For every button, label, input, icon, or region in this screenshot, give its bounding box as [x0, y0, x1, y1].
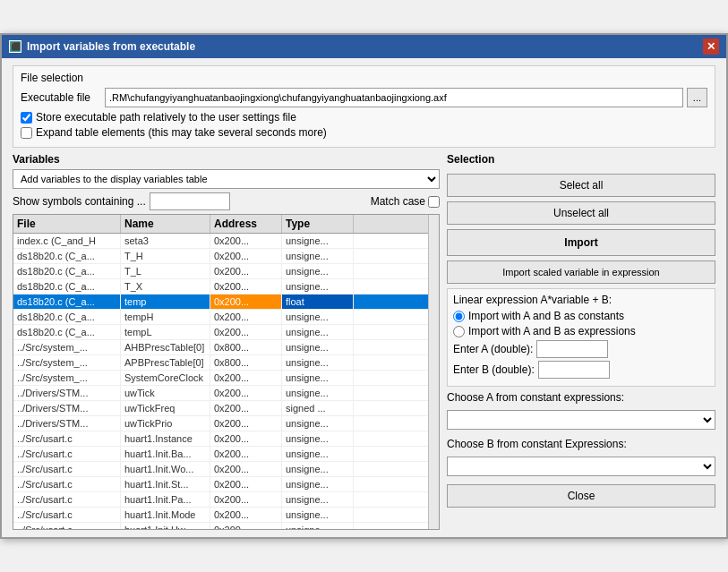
cell-type: unsigne... [282, 416, 354, 431]
table-row[interactable]: index.c (C_and_Hseta30x200...unsigne... [13, 234, 428, 249]
table-row[interactable]: ../Drivers/STM...uwTickFreq0x200...signe… [13, 401, 428, 416]
select-all-button[interactable]: Select all [447, 174, 715, 197]
cell-file: index.c (C_and_H [13, 234, 121, 248]
cell-address: 0x200... [210, 523, 282, 529]
cell-type: signed ... [282, 401, 354, 415]
radio-constants[interactable] [453, 311, 465, 322]
cell-file: ../Src/usart.c [13, 462, 121, 476]
main-window: ⬛ Import variables from executable ✕ Fil… [0, 33, 728, 539]
match-case-checkbox[interactable] [428, 196, 440, 208]
cell-address: 0x200... [210, 477, 282, 491]
import-scaled-button[interactable]: Import scaled variable in expression [447, 260, 715, 284]
cell-type: unsigne... [282, 492, 354, 507]
linear-title: Linear expression A*variable + B: [453, 294, 709, 306]
cell-name: T_X [121, 279, 210, 294]
cell-file: ../Src/usart.c [13, 447, 121, 461]
window-close-button[interactable]: ✕ [703, 38, 719, 55]
table-row[interactable]: ds18b20.c (C_a...tempH0x200...unsigne... [13, 310, 428, 325]
enter-b-input[interactable] [538, 361, 610, 379]
table-row[interactable]: ../Drivers/STM...uwTickPrio0x200...unsig… [13, 416, 428, 431]
table-row[interactable]: ds18b20.c (C_a...T_X0x200...unsigne... [13, 279, 428, 295]
cell-address: 0x200... [210, 416, 282, 431]
table-row[interactable]: ../Drivers/STM...uwTick0x200...unsigne..… [13, 386, 428, 401]
cell-type: unsigne... [282, 310, 354, 324]
symbols-filter-input[interactable] [150, 192, 230, 210]
variables-panel: Variables Add variables to the display v… [13, 153, 440, 530]
cell-file: ../Src/usart.c [13, 477, 121, 491]
cell-address: 0x200... [210, 264, 282, 278]
variables-filter-dropdown[interactable]: Add variables to the display variables t… [13, 169, 440, 189]
cell-address: 0x200... [210, 234, 282, 248]
store-path-checkbox[interactable] [21, 112, 32, 124]
cell-file: ../Drivers/STM... [13, 386, 121, 400]
choose-b-dropdown[interactable] [447, 457, 715, 476]
table-row[interactable]: ../Src/usart.chuart1.Init.Wo...0x200...u… [13, 462, 428, 477]
expand-table-checkbox[interactable] [21, 127, 32, 139]
table-row[interactable]: ../Src/usart.chuart1.Init.Pa...0x200...u… [13, 492, 428, 508]
match-case-container: Match case [371, 195, 440, 208]
table-row[interactable]: ../Src/usart.chuart1.Init.Hw...0x200...u… [13, 523, 428, 529]
table-inner: File Name Address Type index.c (C_and_Hs… [13, 215, 428, 529]
table-body[interactable]: index.c (C_and_Hseta30x200...unsigne...d… [13, 234, 428, 529]
table-row[interactable]: ../Src/system_...APBPrescTable[0]0x800..… [13, 355, 428, 371]
table-row[interactable]: ../Src/usart.chuart1.Init.St...0x200...u… [13, 477, 428, 492]
cell-type: unsigne... [282, 386, 354, 400]
radio2-label: Import with A and B as expressions [468, 325, 636, 337]
table-row[interactable]: ../Src/usart.chuart1.Instance0x200...uns… [13, 431, 428, 447]
cell-address: 0x200... [210, 401, 282, 415]
cell-file: ds18b20.c (C_a... [13, 310, 121, 324]
symbols-label: Show symbols containing ... [13, 195, 146, 208]
choose-a-dropdown[interactable] [447, 410, 715, 430]
cell-address: 0x200... [210, 386, 282, 400]
cell-address: 0x200... [210, 295, 282, 309]
window-icon: ⬛ [9, 40, 21, 53]
cell-name: huart1.Init.Hw... [121, 523, 210, 529]
file-selection-title: File selection [21, 72, 707, 84]
cell-type: float [282, 295, 354, 309]
cell-type: unsigne... [282, 279, 354, 294]
cell-type: unsigne... [282, 325, 354, 339]
enter-a-row: Enter A (double): [453, 340, 709, 358]
cell-type: unsigne... [282, 264, 354, 278]
expand-table-label: Expand table elements (this may take sev… [36, 126, 327, 139]
table-scrollbar[interactable] [428, 215, 439, 529]
table-row[interactable]: ../Src/usart.chuart1.Init.Ba...0x200...u… [13, 447, 428, 462]
cell-name: tempH [121, 310, 210, 324]
col-name: Name [121, 215, 210, 233]
cell-name: huart1.Instance [121, 431, 210, 446]
col-type: Type [282, 215, 354, 233]
cell-name: temp [121, 295, 210, 309]
radio-expressions[interactable] [453, 326, 465, 337]
file-browse-button[interactable]: ... [687, 88, 707, 107]
unselect-all-button[interactable]: Unselect all [447, 201, 715, 225]
cell-address: 0x200... [210, 492, 282, 507]
cell-type: unsigne... [282, 249, 354, 263]
variables-table: File Name Address Type index.c (C_and_Hs… [13, 214, 440, 530]
import-button[interactable]: Import [447, 229, 715, 256]
table-row[interactable]: ds18b20.c (C_a...tempL0x200...unsigne... [13, 325, 428, 340]
table-row[interactable]: ../Src/system_...AHBPrescTable[0]0x800..… [13, 340, 428, 355]
table-row[interactable]: ds18b20.c (C_a...T_L0x200...unsigne... [13, 264, 428, 279]
table-row[interactable]: ../Src/system_...SystemCoreClock0x200...… [13, 371, 428, 386]
cell-address: 0x200... [210, 508, 282, 522]
linear-expression-group: Linear expression A*variable + B: Import… [447, 288, 715, 387]
choose-b-label: Choose B from constant Expressions: [447, 438, 715, 450]
enter-a-input[interactable] [536, 340, 608, 358]
file-selection-group: File selection Executable file ... Store… [13, 65, 715, 148]
table-row[interactable]: ds18b20.c (C_a...temp0x200...float [13, 295, 428, 310]
table-row[interactable]: ../Src/usart.chuart1.Init.Mode0x200...un… [13, 508, 428, 523]
cell-type: unsigne... [282, 355, 354, 370]
cell-file: ds18b20.c (C_a... [13, 249, 121, 263]
close-button[interactable]: Close [447, 484, 715, 508]
store-path-label: Store executable path relatively to the … [36, 111, 296, 124]
selection-panel: Selection Select all Unselect all Import… [447, 153, 715, 530]
cell-type: unsigne... [282, 462, 354, 476]
window-content: File selection Executable file ... Store… [2, 58, 726, 537]
cell-name: SystemCoreClock [121, 371, 210, 385]
cell-file: ../Src/usart.c [13, 523, 121, 529]
exe-file-input[interactable] [105, 88, 683, 107]
table-row[interactable]: ds18b20.c (C_a...T_H0x200...unsigne... [13, 249, 428, 264]
cell-name: uwTickFreq [121, 401, 210, 415]
cell-type: unsigne... [282, 431, 354, 446]
exe-file-label: Executable file [21, 91, 101, 104]
